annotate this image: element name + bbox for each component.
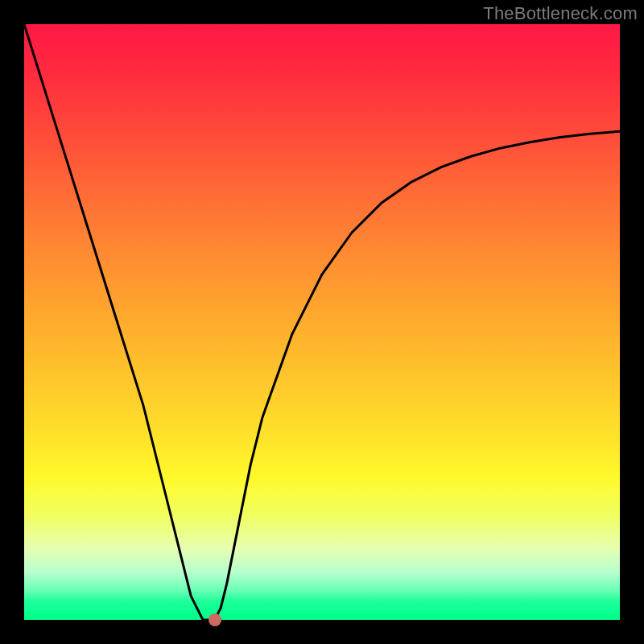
plot-gradient-background <box>24 24 620 620</box>
chart-frame: TheBottleneck.com <box>0 0 644 644</box>
optimal-point-dot <box>208 613 221 626</box>
watermark-text: TheBottleneck.com <box>483 3 638 24</box>
